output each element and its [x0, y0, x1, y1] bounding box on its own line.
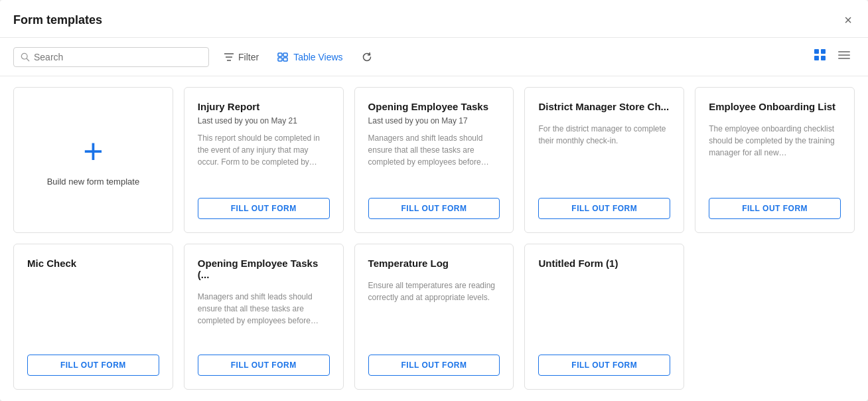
- fill-form-button-r2-2[interactable]: FILL OUT FORM: [368, 355, 500, 376]
- filter-button[interactable]: Filter: [220, 49, 263, 65]
- fill-form-button-0[interactable]: FILL OUT FORM: [198, 198, 330, 219]
- table-views-icon: [277, 52, 289, 62]
- card-desc-r2-0: [27, 280, 159, 345]
- svg-rect-11: [814, 56, 819, 60]
- grid-view-icon: [814, 48, 827, 62]
- form-card-0: Injury Report Last used by you on May 21…: [184, 87, 344, 233]
- form-card-3: Employee Onboarding List The employee on…: [695, 87, 855, 233]
- table-views-button[interactable]: Table Views: [273, 49, 346, 65]
- card-title-r2-2: Temperature Log: [368, 258, 500, 269]
- card-title-r2-1: Opening Employee Tasks (...: [198, 258, 330, 280]
- svg-line-1: [27, 58, 29, 61]
- form-card-2: District Manager Store Ch... For the dis…: [524, 87, 684, 233]
- svg-rect-10: [821, 49, 826, 54]
- card-title-r2-3: Untitled Form (1): [538, 258, 670, 269]
- form-card-r2-2: Temperature Log Ensure all temperatures …: [354, 244, 514, 390]
- filter-icon: [224, 52, 234, 62]
- card-desc-r2-1: Managers and shift leads should ensure t…: [198, 291, 330, 345]
- close-button[interactable]: ×: [841, 11, 855, 29]
- svg-rect-9: [814, 49, 819, 54]
- fill-form-button-2[interactable]: FILL OUT FORM: [538, 198, 670, 219]
- form-card-r2-3: Untitled Form (1) FILL OUT FORM: [524, 244, 684, 390]
- grid-view-button[interactable]: [810, 46, 831, 68]
- card-title-r2-0: Mic Check: [27, 258, 159, 269]
- fill-form-button-r2-1[interactable]: FILL OUT FORM: [198, 355, 330, 376]
- view-toggle: [810, 46, 855, 68]
- search-input[interactable]: [34, 52, 202, 62]
- refresh-button[interactable]: [358, 49, 376, 65]
- card-date-0: Last used by you on May 21: [198, 116, 330, 125]
- cards-row-1: + Build new form template Injury Report …: [13, 87, 855, 233]
- empty-cell: [695, 244, 855, 390]
- list-view-button[interactable]: [833, 46, 855, 68]
- card-desc-1: Managers and shift leads should ensure t…: [368, 132, 500, 189]
- svg-rect-6: [283, 53, 287, 56]
- modal-header: Form templates ×: [0, 0, 868, 38]
- form-templates-modal: Form templates × Filter: [0, 0, 868, 401]
- fill-form-button-r2-3[interactable]: FILL OUT FORM: [538, 355, 670, 376]
- cards-row-2: Mic Check FILL OUT FORM Opening Employee…: [13, 244, 855, 390]
- card-title-3: Employee Onboarding List: [709, 101, 841, 112]
- list-view-icon: [837, 48, 851, 62]
- new-form-card[interactable]: + Build new form template: [13, 87, 173, 233]
- search-box: [13, 47, 209, 67]
- form-card-1: Opening Employee Tasks Last used by you …: [354, 87, 514, 233]
- toolbar: Filter Table Views: [0, 38, 868, 76]
- content-area: + Build new form template Injury Report …: [0, 76, 868, 401]
- fill-form-button-3[interactable]: FILL OUT FORM: [709, 198, 841, 219]
- svg-rect-5: [278, 53, 282, 56]
- card-title-0: Injury Report: [198, 101, 330, 112]
- svg-rect-8: [283, 58, 287, 61]
- fill-form-button-r2-0[interactable]: FILL OUT FORM: [27, 355, 159, 376]
- svg-rect-7: [278, 58, 282, 61]
- refresh-icon: [362, 52, 372, 62]
- new-form-label: Build new form template: [47, 177, 139, 187]
- card-desc-0: This report should be completed in the e…: [198, 132, 330, 189]
- form-card-r2-1: Opening Employee Tasks (... Managers and…: [184, 244, 344, 390]
- form-card-r2-0: Mic Check FILL OUT FORM: [13, 244, 173, 390]
- filter-label: Filter: [238, 52, 259, 62]
- card-desc-2: For the district manager to complete the…: [538, 123, 670, 189]
- card-title-1: Opening Employee Tasks: [368, 101, 500, 112]
- search-icon: [21, 52, 30, 62]
- table-views-label: Table Views: [293, 52, 342, 62]
- modal-title: Form templates: [13, 13, 102, 27]
- card-title-2: District Manager Store Ch...: [538, 101, 670, 112]
- plus-icon: +: [83, 134, 103, 169]
- svg-rect-12: [821, 56, 826, 60]
- card-date-1: Last used by you on May 17: [368, 116, 500, 125]
- card-desc-3: The employee onboarding checklist should…: [709, 123, 841, 189]
- card-desc-r2-2: Ensure all temperatures are reading corr…: [368, 280, 500, 345]
- fill-form-button-1[interactable]: FILL OUT FORM: [368, 198, 500, 219]
- card-desc-r2-3: [538, 280, 670, 345]
